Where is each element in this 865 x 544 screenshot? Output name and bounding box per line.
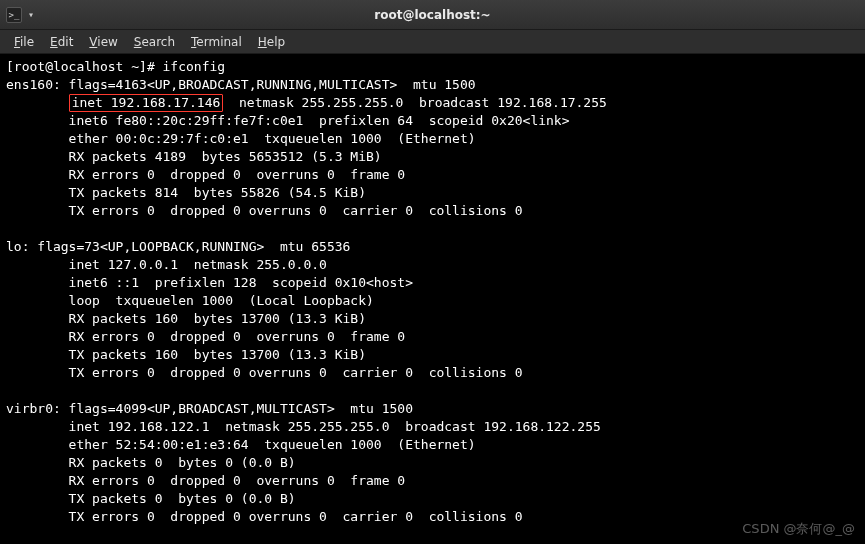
iface-virbr0-header: virbr0: flags=4099<UP,BROADCAST,MULTICAS… — [6, 401, 413, 416]
iface-lo-header: lo: flags=73<UP,LOOPBACK,RUNNING> mtu 65… — [6, 239, 350, 254]
window-title: root@localhost:~ — [374, 8, 490, 22]
iface-ens160-tx-packets: TX packets 814 bytes 55826 (54.5 KiB) — [6, 185, 366, 200]
iface-ens160-inet6: inet6 fe80::20c:29ff:fe7f:c0e1 prefixlen… — [6, 113, 570, 128]
terminal-app-icon: >_ — [6, 7, 22, 23]
iface-lo-loop: loop txqueuelen 1000 (Local Loopback) — [6, 293, 374, 308]
prompt: [root@localhost ~]# — [6, 59, 163, 74]
iface-virbr0-rx-packets: RX packets 0 bytes 0 (0.0 B) — [6, 455, 296, 470]
terminal-output[interactable]: [root@localhost ~]# ifconfig ens160: fla… — [0, 54, 865, 530]
highlighted-inet-address: inet 192.168.17.146 — [69, 94, 224, 112]
menu-edit[interactable]: Edit — [42, 33, 81, 51]
iface-lo-inet6: inet6 ::1 prefixlen 128 scopeid 0x10<hos… — [6, 275, 413, 290]
iface-ens160-header: ens160: flags=4163<UP,BROADCAST,RUNNING,… — [6, 77, 476, 92]
iface-ens160-rx-packets: RX packets 4189 bytes 5653512 (5.3 MiB) — [6, 149, 382, 164]
menu-search[interactable]: Search — [126, 33, 183, 51]
iface-lo-rx-errors: RX errors 0 dropped 0 overruns 0 frame 0 — [6, 329, 405, 344]
iface-virbr0-tx-packets: TX packets 0 bytes 0 (0.0 B) — [6, 491, 296, 506]
iface-ens160-rx-errors: RX errors 0 dropped 0 overruns 0 frame 0 — [6, 167, 405, 182]
iface-virbr0-tx-errors: TX errors 0 dropped 0 overruns 0 carrier… — [6, 509, 523, 524]
iface-ens160-tx-errors: TX errors 0 dropped 0 overruns 0 carrier… — [6, 203, 523, 218]
iface-ens160-inet-rest: netmask 255.255.255.0 broadcast 192.168.… — [223, 95, 607, 110]
menu-file[interactable]: File — [6, 33, 42, 51]
iface-virbr0-ether: ether 52:54:00:e1:e3:64 txqueuelen 1000 … — [6, 437, 476, 452]
chevron-down-icon[interactable]: ▾ — [26, 7, 36, 22]
iface-lo-rx-packets: RX packets 160 bytes 13700 (13.3 KiB) — [6, 311, 366, 326]
window-titlebar: >_ ▾ root@localhost:~ — [0, 0, 865, 30]
menu-view[interactable]: View — [81, 33, 125, 51]
indent — [6, 95, 69, 110]
iface-virbr0-inet: inet 192.168.122.1 netmask 255.255.255.0… — [6, 419, 601, 434]
command-text: ifconfig — [163, 59, 226, 74]
menu-terminal[interactable]: Terminal — [183, 33, 250, 51]
iface-ens160-ether: ether 00:0c:29:7f:c0:e1 txqueuelen 1000 … — [6, 131, 476, 146]
menu-bar: File Edit View Search Terminal Help — [0, 30, 865, 54]
menu-help[interactable]: Help — [250, 33, 293, 51]
iface-lo-tx-packets: TX packets 160 bytes 13700 (13.3 KiB) — [6, 347, 366, 362]
iface-virbr0-rx-errors: RX errors 0 dropped 0 overruns 0 frame 0 — [6, 473, 405, 488]
iface-lo-tx-errors: TX errors 0 dropped 0 overruns 0 carrier… — [6, 365, 523, 380]
iface-lo-inet: inet 127.0.0.1 netmask 255.0.0.0 — [6, 257, 327, 272]
